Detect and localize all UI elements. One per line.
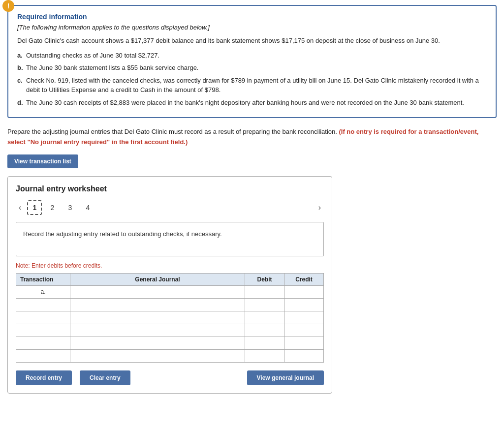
row-4-general[interactable] <box>70 324 245 337</box>
row-5-transaction <box>16 337 70 349</box>
description-box: Record the adjusting entry related to ou… <box>16 222 324 256</box>
table-row <box>16 298 324 311</box>
note-text: Note: Enter debits before credits. <box>16 262 324 269</box>
view-transaction-button[interactable]: View transaction list <box>7 154 78 168</box>
list-item-a: a. Outstanding checks as of June 30 tota… <box>17 51 487 61</box>
row-2-debit[interactable] <box>245 298 284 311</box>
action-buttons: Record entry Clear entry View general jo… <box>16 370 324 385</box>
row-2-general-input[interactable] <box>70 299 245 311</box>
row-6-debit-input[interactable] <box>245 350 284 362</box>
row-6-general[interactable] <box>70 349 245 362</box>
row-4-debit-input[interactable] <box>245 324 284 337</box>
row-3-credit-input[interactable] <box>284 311 323 324</box>
list-label-d: d. <box>17 98 23 108</box>
row-6-credit[interactable] <box>284 349 324 362</box>
view-general-journal-button[interactable]: View general journal <box>247 370 324 385</box>
row-2-transaction <box>16 298 70 311</box>
table-row <box>16 324 324 337</box>
row-1-general-input[interactable] <box>70 286 245 298</box>
row-6-general-input[interactable] <box>70 350 245 362</box>
list-item-b: b. The June 30 bank statement lists a $5… <box>17 63 487 73</box>
row-6-debit[interactable] <box>245 349 284 362</box>
required-info-title: Required information <box>17 13 487 21</box>
row-1-credit[interactable] <box>284 285 324 298</box>
table-row: a. <box>16 285 324 298</box>
row-4-credit-input[interactable] <box>284 324 323 337</box>
row-3-general[interactable] <box>70 311 245 324</box>
list-item-c: c. Check No. 919, listed with the cancel… <box>17 76 487 95</box>
tab-2[interactable]: 2 <box>45 200 60 215</box>
tab-1[interactable]: 1 <box>27 200 42 215</box>
table-row <box>16 311 324 324</box>
row-3-transaction <box>16 311 70 324</box>
row-1-transaction: a. <box>16 285 70 298</box>
col-header-transaction: Transaction <box>16 273 70 285</box>
info-box: ! Required information [The following in… <box>7 5 497 118</box>
instructions-main: Prepare the adjusting journal entries th… <box>7 128 337 135</box>
tab-3[interactable]: 3 <box>63 200 77 215</box>
row-1-debit-input[interactable] <box>245 286 284 298</box>
col-header-credit: Credit <box>284 273 324 285</box>
worksheet-title: Journal entry worksheet <box>16 184 324 193</box>
list-label-b: b. <box>17 63 23 73</box>
row-4-transaction <box>16 324 70 337</box>
row-3-credit[interactable] <box>284 311 324 324</box>
row-1-debit[interactable] <box>245 285 284 298</box>
row-3-debit-input[interactable] <box>245 311 284 324</box>
tab-next-arrow[interactable]: › <box>315 202 324 213</box>
instructions: Prepare the adjusting journal entries th… <box>7 127 497 148</box>
italic-note: [The following information applies to th… <box>17 24 487 31</box>
row-5-debit-input[interactable] <box>245 337 284 349</box>
record-entry-button[interactable]: Record entry <box>16 370 72 385</box>
description-text: Record the adjusting entry related to ou… <box>23 230 222 238</box>
list-text-a: Outstanding checks as of June 30 total $… <box>26 52 159 59</box>
table-row <box>16 349 324 362</box>
row-4-credit[interactable] <box>284 324 324 337</box>
row-5-debit[interactable] <box>245 337 284 349</box>
row-2-credit[interactable] <box>284 298 324 311</box>
tab-prev-arrow[interactable]: ‹ <box>16 202 24 213</box>
row-2-general[interactable] <box>70 298 245 311</box>
row-5-credit[interactable] <box>284 337 324 349</box>
row-5-general-input[interactable] <box>70 337 245 349</box>
list-text-b: The June 30 bank statement lists a $55 b… <box>26 64 198 71</box>
journal-worksheet: Journal entry worksheet ‹ 1 2 3 4 › Reco… <box>7 176 332 394</box>
row-1-general[interactable] <box>70 285 245 298</box>
tab-4[interactable]: 4 <box>80 200 95 215</box>
tab-navigation: ‹ 1 2 3 4 › <box>16 200 324 215</box>
row-2-credit-input[interactable] <box>284 299 323 311</box>
row-4-debit[interactable] <box>245 324 284 337</box>
row-4-general-input[interactable] <box>70 324 245 337</box>
row-6-transaction <box>16 349 70 362</box>
col-header-debit: Debit <box>245 273 284 285</box>
col-header-general: General Journal <box>70 273 245 285</box>
table-row <box>16 337 324 349</box>
info-paragraph: Del Gato Clinic's cash account shows a $… <box>17 36 487 46</box>
list-label-a: a. <box>17 51 23 61</box>
journal-table: Transaction General Journal Debit Credit… <box>16 273 324 363</box>
row-2-debit-input[interactable] <box>245 299 284 311</box>
row-5-credit-input[interactable] <box>284 337 323 349</box>
clear-entry-button[interactable]: Clear entry <box>80 370 130 385</box>
row-3-debit[interactable] <box>245 311 284 324</box>
row-1-credit-input[interactable] <box>284 286 323 298</box>
list-text-d: The June 30 cash receipts of $2,883 were… <box>26 99 464 106</box>
list-item-d: d. The June 30 cash receipts of $2,883 w… <box>17 98 487 108</box>
row-5-general[interactable] <box>70 337 245 349</box>
list-label-c: c. <box>17 76 23 86</box>
info-list: a. Outstanding checks as of June 30 tota… <box>17 51 487 108</box>
list-text-c: Check No. 919, listed with the canceled … <box>26 77 479 94</box>
info-icon: ! <box>2 0 14 12</box>
row-3-general-input[interactable] <box>70 311 245 324</box>
row-6-credit-input[interactable] <box>284 350 323 362</box>
